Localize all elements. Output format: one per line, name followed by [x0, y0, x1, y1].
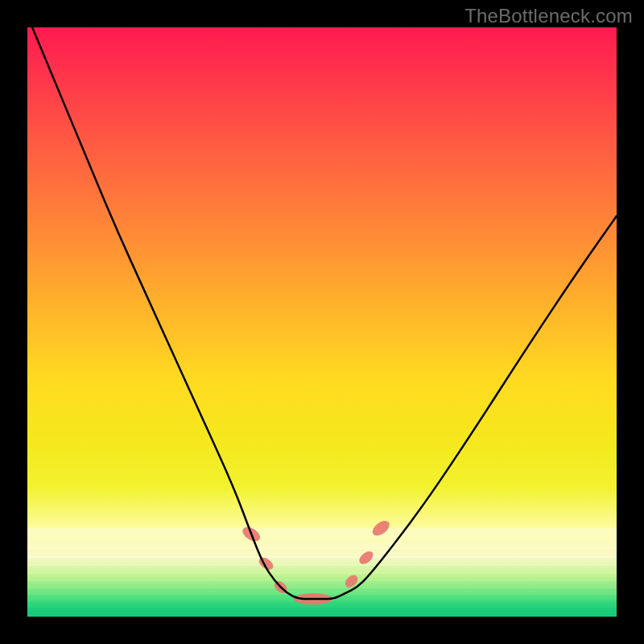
chart-frame: TheBottleneck.com — [0, 0, 644, 644]
plot-area — [27, 27, 617, 617]
watermark-text: TheBottleneck.com — [464, 5, 633, 27]
marker-right-upper — [369, 518, 392, 539]
bottleneck-curve — [27, 27, 617, 599]
chart-svg — [27, 27, 617, 617]
marker-right-mid — [357, 549, 375, 567]
